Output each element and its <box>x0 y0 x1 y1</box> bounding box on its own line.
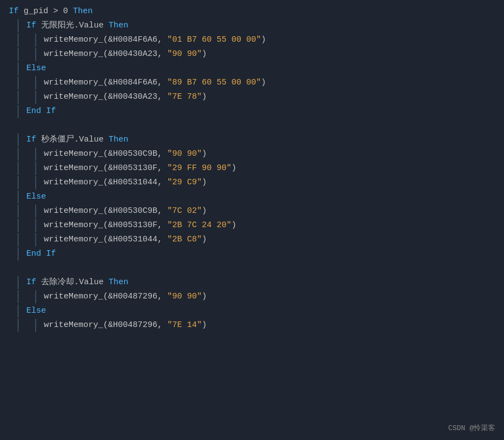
code-token: Else <box>26 304 46 318</box>
code-token: ( <box>103 176 108 189</box>
code-token: writeMemory_ <box>44 162 103 175</box>
code-token: writeMemory_ <box>44 148 103 161</box>
code-token: "7E 78" <box>167 91 202 104</box>
code-line: writeMemory_(&H00531044, "2B C8") <box>0 233 504 247</box>
code-token: "90 90" <box>167 290 202 303</box>
code-token: "7C 02" <box>167 205 202 218</box>
code-token: , <box>157 319 167 332</box>
code-token: &H00531044 <box>108 233 157 246</box>
code-token: ) <box>202 290 207 303</box>
code-token: 去除冷却 <box>36 276 74 289</box>
code-token: ( <box>103 148 108 161</box>
code-line: If 无限阳光.Value Then <box>0 19 504 33</box>
code-token: , <box>157 162 167 175</box>
code-line: If g_pid > 0 Then <box>0 4 504 19</box>
code-line: writeMemory_(&H00487296, "90 90") <box>0 290 504 304</box>
code-token: writeMemory_ <box>44 33 103 47</box>
code-token: &H0053130F <box>108 162 157 175</box>
code-token: , <box>157 148 167 161</box>
code-token: writeMemory_ <box>44 76 103 89</box>
code-token: &H00430A23 <box>108 91 157 104</box>
code-token: "90 90" <box>167 48 202 61</box>
code-token: ) <box>261 76 266 89</box>
code-token: "2B 7C 24 20" <box>167 219 231 232</box>
code-token: .Value <box>74 133 109 146</box>
code-token: ( <box>103 319 108 332</box>
code-token: writeMemory_ <box>44 205 103 218</box>
code-token: ) <box>202 205 207 218</box>
code-token: , <box>157 219 167 232</box>
code-token: If <box>26 19 36 32</box>
code-line: End If <box>0 247 504 261</box>
code-token: writeMemory_ <box>44 319 103 332</box>
code-token: 秒杀僵尸 <box>36 133 74 146</box>
code-token: "01 B7 60 55 00 00" <box>167 33 261 47</box>
code-line: Else <box>0 190 504 204</box>
code-token: &H0053130F <box>108 219 157 232</box>
code-token: ( <box>103 290 108 303</box>
code-line: writeMemory_(&H00530C9B, "7C 02") <box>0 204 504 218</box>
code-line: writeMemory_(&H00531044, "29 C9") <box>0 176 504 190</box>
code-line: writeMemory_(&H0084F6A6, "01 B7 60 55 00… <box>0 33 504 47</box>
code-token: writeMemory_ <box>44 219 103 232</box>
code-token: ( <box>103 76 108 89</box>
code-line: writeMemory_(&H0053130F, "29 FF 90 90") <box>0 161 504 176</box>
code-token: ( <box>103 233 108 246</box>
code-token: End If <box>26 105 56 118</box>
code-token: &H00430A23 <box>108 48 157 61</box>
code-token: Else <box>26 190 46 204</box>
code-token: , <box>157 76 167 89</box>
code-token: ) <box>202 148 207 161</box>
code-token: If <box>26 276 36 289</box>
code-line: writeMemory_(&H00530C9B, "90 90") <box>0 147 504 161</box>
code-token: &H00530C9B <box>108 205 157 218</box>
code-line: Else <box>0 61 504 76</box>
code-token: ( <box>103 33 108 47</box>
code-token: g_pid <box>19 5 53 18</box>
watermark-label: CSDN @怜渠客 <box>448 423 495 435</box>
code-token: ) <box>202 319 207 332</box>
code-token: End If <box>26 247 56 261</box>
code-token: "7E 14" <box>167 319 202 332</box>
code-token: , <box>157 290 167 303</box>
code-token: .Value <box>74 276 109 289</box>
code-token: Else <box>26 62 46 75</box>
code-token: ) <box>202 48 207 61</box>
code-line: writeMemory_(&H0084F6A6, "89 B7 60 55 00… <box>0 76 504 90</box>
code-line: writeMemory_(&H00430A23, "7E 78") <box>0 90 504 104</box>
code-token: &H00487296 <box>108 319 157 332</box>
code-token: , <box>157 91 167 104</box>
code-token: "89 B7 60 55 00 00" <box>167 76 261 89</box>
code-token: ) <box>231 219 236 232</box>
code-token: &H00531044 <box>108 176 157 189</box>
code-token: ) <box>231 162 236 175</box>
code-token: , <box>157 176 167 189</box>
code-token: ) <box>202 233 207 246</box>
code-editor: If g_pid > 0 ThenIf 无限阳光.Value Thenwrite… <box>0 0 504 440</box>
code-token: Then <box>109 133 128 146</box>
code-token: If <box>26 133 36 146</box>
code-token: &H00487296 <box>108 290 157 303</box>
code-token: writeMemory_ <box>44 290 103 303</box>
code-token: "90 90" <box>167 148 202 161</box>
code-token: &H00530C9B <box>108 148 157 161</box>
code-token: ) <box>261 33 266 47</box>
code-token: "29 C9" <box>167 176 202 189</box>
code-token: writeMemory_ <box>44 176 103 189</box>
code-token: Then <box>73 5 93 18</box>
code-token: , <box>157 233 167 246</box>
code-line: writeMemory_(&H00487296, "7E 14") <box>0 318 504 332</box>
code-token: &H0084F6A6 <box>108 76 157 89</box>
code-token: > 0 <box>53 5 73 18</box>
code-token: writeMemory_ <box>44 48 103 61</box>
code-token: 无限阳光 <box>36 19 74 32</box>
code-token: ( <box>103 162 108 175</box>
code-token: Then <box>109 276 128 289</box>
code-token: ) <box>202 176 207 189</box>
code-token: ( <box>103 91 108 104</box>
code-line: End If <box>0 104 504 119</box>
code-line: writeMemory_(&H00430A23, "90 90") <box>0 47 504 61</box>
code-token: Then <box>109 19 128 32</box>
code-token: "29 FF 90 90" <box>167 162 231 175</box>
code-line: writeMemory_(&H0053130F, "2B 7C 24 20") <box>0 218 504 233</box>
